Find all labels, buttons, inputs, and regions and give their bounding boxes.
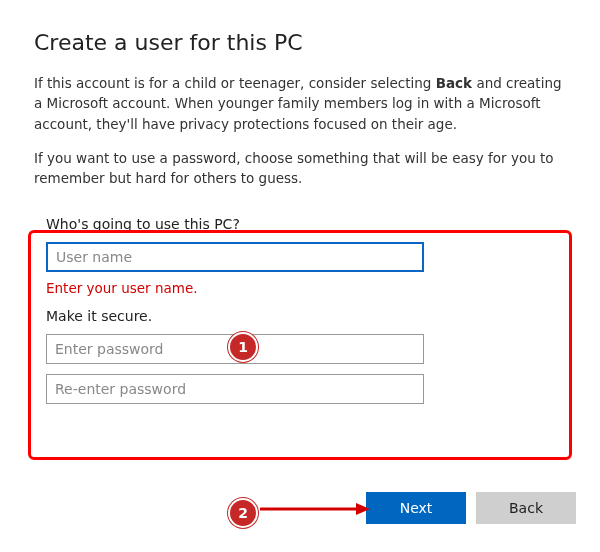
annotation-arrow-icon	[260, 502, 370, 516]
create-user-page: Create a user for this PC If this accoun…	[0, 0, 600, 432]
intro-paragraph-2: If you want to use a password, choose so…	[34, 148, 566, 189]
intro-1-bold: Back	[436, 75, 472, 91]
annotation-badge-2: 2	[228, 498, 258, 528]
secure-label: Make it secure.	[46, 308, 554, 324]
back-button[interactable]: Back	[476, 492, 576, 524]
page-title: Create a user for this PC	[34, 30, 566, 55]
password-input[interactable]	[46, 334, 424, 364]
user-form: Who's going to use this PC? Enter your u…	[34, 202, 566, 432]
intro-1-pre: If this account is for a child or teenag…	[34, 75, 436, 91]
username-input[interactable]	[46, 242, 424, 272]
username-error: Enter your user name.	[46, 280, 554, 296]
next-button[interactable]: Next	[366, 492, 466, 524]
confirm-password-input[interactable]	[46, 374, 424, 404]
who-label: Who's going to use this PC?	[46, 216, 554, 232]
intro-paragraph-1: If this account is for a child or teenag…	[34, 73, 566, 134]
button-bar: Next Back	[366, 492, 576, 524]
